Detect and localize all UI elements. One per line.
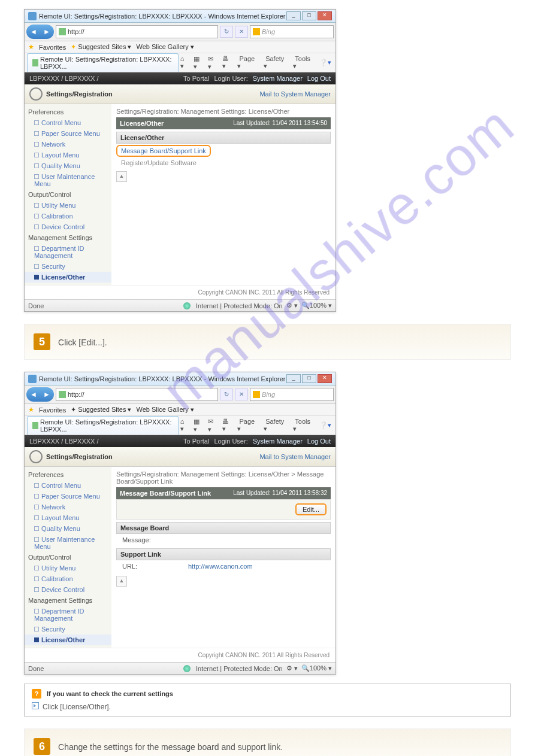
status-bar-2: Done Internet | Protected Mode: On ⚙ ▾ 🔍…	[25, 662, 335, 674]
mail-icon[interactable]: ✉ ▾	[206, 54, 217, 72]
zoom-control[interactable]: 🔍100% ▾	[301, 664, 332, 672]
support-url-link[interactable]: http://www.canon.com	[188, 563, 253, 570]
license-section: License/Other	[116, 132, 331, 144]
login-user[interactable]: System Manager	[253, 438, 303, 445]
browser-tab[interactable]: Remote UI: Settings/Registration: LBPXXX…	[27, 53, 179, 72]
sidebar-item-control[interactable]: Control Menu	[25, 480, 111, 491]
sidebar-item-calibration[interactable]: Calibration	[25, 211, 111, 221]
sidebar-item-paper[interactable]: Paper Source Menu	[25, 491, 111, 502]
page-top-icon[interactable]: ▲	[116, 171, 127, 182]
close-button[interactable]: ✕	[318, 374, 332, 383]
page-top-icon[interactable]: ▲	[116, 576, 127, 587]
window-titlebar-2: Remote UI: Settings/Registration: LBPXXX…	[25, 372, 335, 385]
mgmt-header: Management Settings	[25, 232, 111, 243]
sidebar-item-license[interactable]: License/Other	[25, 634, 111, 645]
page-menu[interactable]: Page ▾	[235, 417, 258, 434]
help-icon[interactable]: ❔▾	[318, 420, 333, 430]
nav-buttons: ◄ ►	[26, 25, 54, 39]
sidebar-item-deptid[interactable]: Department ID Management	[25, 606, 111, 624]
sidebar-item-control[interactable]: Control Menu	[25, 117, 111, 128]
settings-header: Settings/Registration Mail to System Man…	[25, 84, 335, 104]
sidebar-item-usermaint[interactable]: User Maintenance Menu	[25, 171, 111, 189]
to-portal-link[interactable]: To Portal	[183, 75, 209, 82]
zoom-control[interactable]: 🔍100% ▾	[301, 302, 332, 309]
stop-button[interactable]: ✕	[235, 388, 248, 400]
to-portal-link[interactable]: To Portal	[183, 438, 209, 445]
edit-button[interactable]: Edit...	[295, 503, 327, 515]
home-icon[interactable]: ⌂ ▾	[179, 417, 188, 434]
browser-tab[interactable]: Remote UI: Settings/Registration: LBPXXX…	[27, 416, 179, 435]
sidebar-item-security[interactable]: Security	[25, 261, 111, 272]
copyright: Copyright CANON INC. 2011 All Rights Res…	[25, 285, 335, 299]
web-slice-gallery[interactable]: Web Slice Gallery ▾	[137, 406, 194, 414]
print-icon[interactable]: 🖶 ▾	[220, 54, 232, 71]
close-button[interactable]: ✕	[318, 11, 332, 20]
minimize-button[interactable]: _	[286, 374, 301, 383]
sidebar-item-utility[interactable]: Utility Menu	[25, 200, 111, 211]
sidebar-item-device[interactable]: Device Control	[25, 221, 111, 232]
safety-menu[interactable]: Safety ▾	[262, 54, 288, 71]
help-icon[interactable]: ❔▾	[318, 57, 333, 68]
minimize-button[interactable]: _	[286, 11, 301, 20]
sidebar-item-layout[interactable]: Layout Menu	[25, 150, 111, 160]
url-field-row: URL: http://www.canon.com	[116, 560, 331, 572]
main-panel-1: Settings/Registration: Management Settin…	[111, 104, 335, 285]
mail-icon[interactable]: ✉ ▾	[206, 417, 217, 435]
forward-button[interactable]: ►	[40, 25, 53, 38]
feeds-icon[interactable]: ▦ ▾	[192, 417, 202, 435]
globe-icon	[183, 302, 191, 309]
page-menu[interactable]: Page ▾	[235, 54, 258, 71]
sidebar-item-layout[interactable]: Layout Menu	[25, 512, 111, 523]
login-user[interactable]: System Manager	[253, 75, 303, 82]
mail-system-manager[interactable]: Mail to System Manager	[259, 453, 331, 460]
message-board-link[interactable]: Message Board/Support Link	[116, 145, 211, 157]
maximize-button[interactable]: □	[302, 11, 316, 20]
settings-reg-title: Settings/Registration	[46, 90, 113, 98]
sidebar-item-quality[interactable]: Quality Menu	[25, 160, 111, 171]
sidebar-item-security[interactable]: Security	[25, 624, 111, 634]
tools-menu[interactable]: Tools ▾	[291, 417, 314, 434]
back-button[interactable]: ◄	[27, 25, 40, 38]
sidebar-item-deptid[interactable]: Department ID Management	[25, 243, 111, 261]
device-path: LBPXXXX / LBPXXXX /	[29, 75, 99, 82]
back-button[interactable]: ◄	[27, 388, 40, 401]
refresh-button[interactable]: ↻	[220, 388, 233, 400]
sidebar-item-paper[interactable]: Paper Source Menu	[25, 128, 111, 139]
search-field[interactable]: Bing	[250, 25, 334, 38]
stop-button[interactable]: ✕	[235, 26, 248, 38]
sidebar-item-network[interactable]: Network	[25, 502, 111, 512]
sidebar-item-quality[interactable]: Quality Menu	[25, 523, 111, 534]
tools-menu[interactable]: Tools ▾	[291, 54, 314, 71]
url-field[interactable]: http://	[56, 388, 218, 401]
protected-mode-menu[interactable]: ⚙ ▾	[286, 302, 298, 309]
url-field[interactable]: http://	[56, 25, 218, 38]
register-update-link[interactable]: Register/Update Software	[116, 158, 331, 168]
prefs-header: Preferences	[25, 107, 111, 117]
maximize-button[interactable]: □	[302, 374, 316, 383]
sidebar: Preferences Control Menu Paper Source Me…	[25, 104, 111, 285]
print-icon[interactable]: 🖶 ▾	[220, 417, 232, 434]
logout-link[interactable]: Log Out	[307, 438, 331, 445]
sidebar-item-license[interactable]: License/Other	[25, 272, 111, 283]
note-text: Click [License/Other].	[43, 703, 111, 711]
sidebar-item-device[interactable]: Device Control	[25, 584, 111, 595]
refresh-button[interactable]: ↻	[220, 26, 233, 38]
feeds-icon[interactable]: ▦ ▾	[192, 54, 202, 72]
suggested-sites[interactable]: ✦ Suggested Sites ▾	[71, 406, 131, 414]
sidebar-item-calibration[interactable]: Calibration	[25, 573, 111, 584]
suggested-sites[interactable]: ✦ Suggested Sites ▾	[71, 43, 131, 51]
forward-button[interactable]: ►	[40, 388, 53, 401]
device-header-2: LBPXXXX / LBPXXXX / To Portal Login User…	[25, 435, 335, 447]
search-field[interactable]: Bing	[250, 388, 334, 401]
tab-row-2: Remote UI: Settings/Registration: LBPXXX…	[25, 416, 335, 435]
safety-menu[interactable]: Safety ▾	[262, 417, 288, 434]
sidebar-item-utility[interactable]: Utility Menu	[25, 563, 111, 573]
sidebar-item-network[interactable]: Network	[25, 139, 111, 150]
logout-link[interactable]: Log Out	[307, 75, 331, 82]
mail-system-manager[interactable]: Mail to System Manager	[259, 90, 331, 98]
home-icon[interactable]: ⌂ ▾	[179, 54, 188, 71]
protected-mode-menu[interactable]: ⚙ ▾	[286, 664, 298, 672]
sidebar-item-usermaint[interactable]: User Maintenance Menu	[25, 534, 111, 552]
web-slice-gallery[interactable]: Web Slice Gallery ▾	[137, 43, 194, 51]
favorites-bar-2: ★ Favorites ✦ Suggested Sites ▾ Web Slic…	[25, 404, 335, 416]
